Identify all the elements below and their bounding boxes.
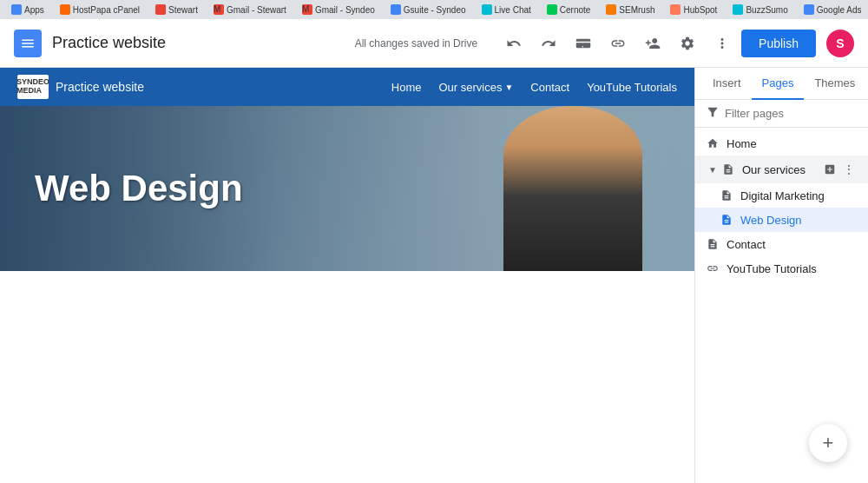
filter-input[interactable]: [725, 107, 868, 120]
preview-nav: SYNDEO MEDIA Practice website Home Our s…: [0, 68, 694, 106]
toolbar: Practice website All changes saved in Dr…: [0, 19, 868, 68]
tab-hubspot[interactable]: HubSpot: [666, 3, 721, 17]
tab-livechat[interactable]: Live Chat: [477, 3, 536, 17]
tab-google-ads[interactable]: Google Ads: [799, 3, 861, 17]
content-area: [0, 271, 694, 483]
add-collaborator-button[interactable]: [637, 28, 668, 59]
tab-gmail-stewart[interactable]: M Gmail - Stewart: [209, 3, 291, 17]
link-button[interactable]: [602, 28, 634, 59]
right-panel: Insert Pages Themes Home ▼: [694, 68, 868, 483]
filter-icon: [706, 105, 720, 122]
tab-stewart[interactable]: Stewart: [151, 3, 202, 17]
page-item-our-services[interactable]: ▼ Our services ⋮: [695, 155, 868, 183]
home-icon: [706, 136, 720, 150]
app-logo: [14, 30, 42, 57]
hero-text: Web Design: [0, 150, 278, 227]
undo-button[interactable]: [498, 28, 529, 59]
tab-pages[interactable]: Pages: [752, 68, 805, 100]
device-toggle-button[interactable]: [568, 28, 599, 59]
nav-link-services[interactable]: Our services ▼: [438, 81, 513, 94]
settings-button[interactable]: [672, 28, 703, 59]
toolbar-icons: Publish S: [498, 28, 854, 59]
hero-person: [503, 106, 642, 271]
save-status: All changes saved in Drive: [355, 37, 477, 50]
avatar[interactable]: S: [826, 30, 854, 57]
tab-apps[interactable]: Apps: [7, 3, 49, 17]
tab-hostpapa[interactable]: HostPapa cPanel: [56, 3, 144, 17]
hero-section: Web Design: [0, 106, 694, 271]
preview-nav-links: Home Our services ▼ Contact YouTube Tuto…: [391, 81, 677, 94]
tab-gsuite[interactable]: Gsuite - Syndeo: [386, 3, 470, 17]
page-item-youtube[interactable]: YouTube Tutorials: [695, 256, 868, 281]
nav-link-home[interactable]: Home: [391, 81, 422, 94]
panel-tabs: Insert Pages Themes: [695, 68, 868, 100]
services-page-icon: [721, 162, 735, 176]
main-layout: SYNDEO MEDIA Practice website Home Our s…: [0, 68, 868, 483]
page-label-web-design: Web Design: [740, 214, 858, 227]
page-label-services: Our services: [742, 163, 821, 176]
publish-button[interactable]: Publish: [741, 30, 816, 57]
digital-marketing-icon: [720, 189, 733, 202]
syndeo-logo-box: SYNDEO MEDIA: [17, 75, 49, 99]
page-title: Practice website: [52, 34, 334, 52]
contact-icon: [706, 237, 720, 251]
tab-buzzsumo[interactable]: BuzzSumo: [728, 3, 792, 17]
page-item-web-design[interactable]: Web Design: [695, 208, 868, 232]
services-actions: ⋮: [821, 161, 858, 178]
tab-gmail2[interactable]: M Gmail - Syndeo: [298, 3, 379, 17]
preview-site-title: Practice website: [56, 80, 144, 94]
page-item-home[interactable]: Home: [695, 131, 868, 155]
page-label-digital-marketing: Digital Marketing: [740, 189, 858, 202]
browser-tab-bar: Apps HostPapa cPanel Stewart M Gmail - S…: [0, 0, 868, 19]
hero-title: Web Design: [35, 168, 243, 209]
add-page-button[interactable]: +: [809, 424, 847, 462]
web-design-icon: [720, 213, 733, 227]
tab-semrush[interactable]: SEMrush: [602, 3, 659, 17]
tab-insert[interactable]: Insert: [702, 68, 752, 100]
page-item-digital-marketing[interactable]: Digital Marketing: [695, 183, 868, 208]
tab-themes[interactable]: Themes: [804, 68, 865, 100]
page-label-youtube: YouTube Tutorials: [727, 262, 858, 275]
page-label-home: Home: [727, 137, 858, 150]
page-item-contact[interactable]: Contact: [695, 232, 868, 256]
expand-arrow-services[interactable]: ▼: [706, 162, 720, 176]
more-options-button[interactable]: [707, 28, 738, 59]
filter-bar: [695, 100, 868, 128]
nav-link-youtube[interactable]: YouTube Tutorials: [587, 81, 677, 94]
page-label-contact: Contact: [727, 238, 858, 251]
services-three-dots-button[interactable]: ⋮: [840, 161, 858, 178]
tab-cernote[interactable]: Cernote: [542, 3, 595, 17]
redo-button[interactable]: [533, 28, 564, 59]
hero-person-shape: [503, 106, 642, 271]
youtube-link-icon: [706, 261, 720, 275]
preview-area: SYNDEO MEDIA Practice website Home Our s…: [0, 68, 694, 483]
services-add-button[interactable]: [821, 161, 838, 178]
nav-link-contact[interactable]: Contact: [530, 81, 569, 94]
preview-nav-logo: SYNDEO MEDIA Practice website: [17, 75, 144, 99]
